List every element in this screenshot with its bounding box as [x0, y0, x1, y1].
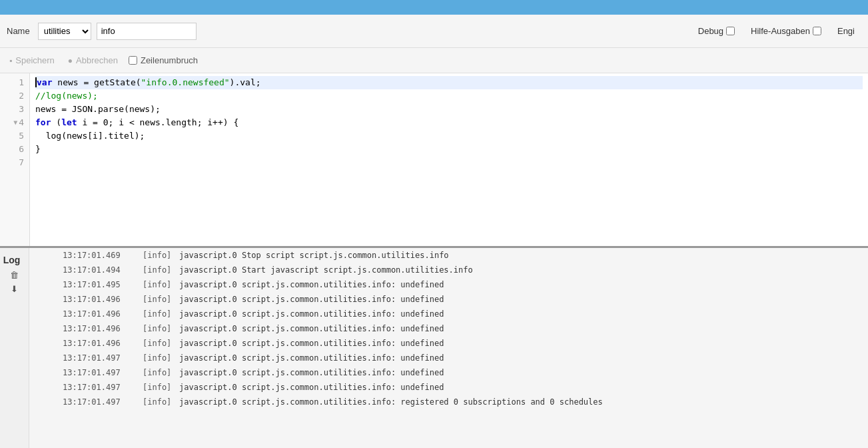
- log-time: 13:17:01.497: [63, 367, 143, 379]
- main-container: Name utilities common script Debug Hilfe…: [0, 15, 868, 448]
- log-time: 13:17:01.496: [63, 323, 143, 335]
- log-row: 13:17:01.497[info]javascript.0 script.js…: [29, 351, 868, 365]
- log-message: javascript.0 script.js.common.utilities.…: [179, 337, 444, 349]
- log-level: [info]: [143, 264, 179, 276]
- log-area: Log 🗑 ⬇ 13:17:01.469[info]javascript.0 S…: [0, 248, 868, 448]
- log-level: [info]: [143, 381, 179, 393]
- line-number-3: 3: [0, 103, 29, 116]
- log-download-button[interactable]: ⬇: [9, 283, 20, 295]
- log-message: javascript.0 script.js.common.utilities.…: [179, 323, 444, 335]
- log-message: javascript.0 Start javascript script.js.…: [179, 264, 473, 276]
- toolbar: Name utilities common script Debug Hilfe…: [0, 15, 868, 48]
- debug-checkbox[interactable]: [726, 27, 735, 35]
- log-rows: 13:17:01.469[info]javascript.0 Stop scri…: [29, 248, 868, 409]
- log-level: [info]: [143, 249, 179, 261]
- download-icon: ⬇: [11, 284, 18, 294]
- cancel-label: Abbrechen: [76, 55, 118, 65]
- log-message: javascript.0 script.js.common.utilities.…: [179, 367, 444, 379]
- log-time: 13:17:01.494: [63, 264, 143, 276]
- log-time: 13:17:01.495: [63, 279, 143, 291]
- log-row: 13:17:01.495[info]javascript.0 script.js…: [29, 277, 868, 292]
- log-row: 13:17:01.494[info]javascript.0 Start jav…: [29, 263, 868, 277]
- log-level: [info]: [143, 323, 179, 335]
- log-message: javascript.0 script.js.common.utilities.…: [179, 293, 444, 305]
- line-number-6: 6: [0, 143, 29, 156]
- log-time: 13:17:01.497: [63, 396, 143, 408]
- log-time: 13:17:01.496: [63, 308, 143, 320]
- log-message: javascript.0 Stop script script.js.commo…: [179, 249, 449, 261]
- log-row: 13:17:01.497[info]javascript.0 script.js…: [29, 395, 868, 409]
- hilfe-group: Hilfe-Ausgaben: [751, 26, 821, 36]
- cancel-button[interactable]: ● Abbrechen: [65, 54, 121, 67]
- log-level: [info]: [143, 293, 179, 305]
- log-row: 13:17:01.497[info]javascript.0 script.js…: [29, 365, 868, 380]
- log-message: javascript.0 script.js.common.utilities.…: [179, 308, 444, 320]
- code-line-7: [35, 156, 863, 169]
- code-line-4: for (let i = 0; i < news.length; i++) {: [35, 116, 863, 129]
- script-type-select[interactable]: utilities common script: [38, 23, 91, 40]
- line-number-7: 7: [0, 156, 29, 169]
- log-level: [info]: [143, 396, 179, 408]
- line-number-2: 2: [0, 89, 29, 103]
- log-clear-button[interactable]: 🗑: [8, 269, 21, 281]
- wrap-group: Zeilenumbruch: [129, 55, 198, 65]
- script-name-input[interactable]: [97, 23, 197, 40]
- log-time: 13:17:01.469: [63, 249, 143, 261]
- log-row: 13:17:01.496[info]javascript.0 script.js…: [29, 321, 868, 336]
- cancel-icon: ●: [68, 56, 73, 65]
- log-level: [info]: [143, 352, 179, 364]
- save-label: Speichern: [15, 55, 55, 65]
- log-level: [info]: [143, 367, 179, 379]
- log-row: 13:17:01.469[info]javascript.0 Stop scri…: [29, 248, 868, 263]
- wrap-checkbox[interactable]: [129, 56, 137, 65]
- log-level: [info]: [143, 308, 179, 320]
- line-number-1: 1: [0, 76, 29, 89]
- log-time: 13:17:01.496: [63, 337, 143, 349]
- log-sidebar: Log 🗑 ⬇: [0, 248, 29, 448]
- line-number-4: ▼4: [0, 116, 29, 129]
- log-level: [info]: [143, 279, 179, 291]
- editor-area: 1 2 3 ▼4 5 6 7 var news = getState("info…: [0, 73, 868, 248]
- log-time: 13:17:01.497: [63, 381, 143, 393]
- hilfe-checkbox[interactable]: [813, 27, 821, 35]
- code-line-6: }: [35, 143, 863, 156]
- code-editor[interactable]: var news = getState("info.0.newsfeed").v…: [30, 73, 868, 246]
- log-time: 13:17:01.497: [63, 352, 143, 364]
- save-icon: ▪: [9, 56, 12, 65]
- log-main: 13:17:01.469[info]javascript.0 Stop scri…: [29, 248, 868, 448]
- action-bar: ▪ Speichern ● Abbrechen Zeilenumbruch: [0, 48, 868, 73]
- line-numbers: 1 2 3 ▼4 5 6 7: [0, 73, 30, 246]
- line-number-5: 5: [0, 129, 29, 143]
- code-line-2: //log(news);: [35, 89, 863, 103]
- debug-group: Debug: [698, 26, 735, 36]
- log-time: 13:17:01.496: [63, 293, 143, 305]
- debug-label: Debug: [698, 26, 723, 36]
- wrap-label: Zeilenumbruch: [141, 55, 198, 65]
- code-line-1: var news = getState("info.0.newsfeed").v…: [35, 76, 863, 89]
- log-row: 13:17:01.496[info]javascript.0 script.js…: [29, 292, 868, 307]
- log-message: javascript.0 script.js.common.utilities.…: [179, 279, 444, 291]
- log-row: 13:17:01.497[info]javascript.0 script.js…: [29, 380, 868, 395]
- log-message: javascript.0 script.js.common.utilities.…: [179, 352, 444, 364]
- log-message: javascript.0 script.js.common.utilities.…: [179, 381, 444, 393]
- log-row: 13:17:01.496[info]javascript.0 script.js…: [29, 336, 868, 351]
- log-title: Log: [3, 255, 21, 265]
- hilfe-label: Hilfe-Ausgaben: [751, 26, 810, 36]
- trash-icon: 🗑: [10, 270, 19, 280]
- log-row: 13:17:01.496[info]javascript.0 script.js…: [29, 307, 868, 321]
- log-section: Log 🗑 ⬇ 13:17:01.469[info]javascript.0 S…: [0, 248, 868, 448]
- code-line-5: log(news[i].titel);: [35, 129, 863, 143]
- save-button[interactable]: ▪ Speichern: [7, 54, 57, 67]
- log-message: javascript.0 script.js.common.utilities.…: [179, 396, 603, 408]
- right-label: Engi: [837, 26, 855, 36]
- top-bar: [0, 0, 868, 15]
- code-line-3: news = JSON.parse(news);: [35, 103, 863, 116]
- log-level: [info]: [143, 337, 179, 349]
- name-label: Name: [7, 26, 30, 36]
